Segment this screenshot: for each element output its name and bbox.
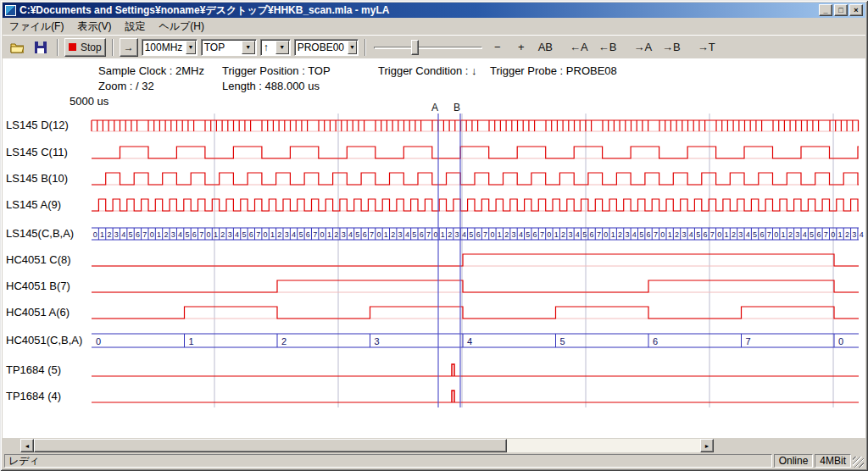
floppy-icon (35, 42, 47, 53)
jump-to-b-button[interactable]: ←B (595, 38, 620, 57)
sample-clock-select[interactable]: 100MHz ▼ (142, 39, 198, 56)
zoom-out-button[interactable]: − (487, 38, 508, 57)
resize-grip[interactable] (853, 457, 864, 468)
window-title: C:¥Documents and Settings¥noname¥デスクトップ¥… (19, 3, 817, 18)
channel-label: LS145(C,B,A) (6, 227, 91, 240)
waveform-panel (3, 58, 865, 438)
menubar: ファイル(F) 表示(V) 設定 ヘルプ(H) (3, 18, 865, 35)
channel-label: TP1684 (4) (6, 390, 91, 402)
close-button[interactable]: × (849, 4, 863, 16)
length-text: Length : 488.000 us (222, 80, 320, 92)
channel-label: TP1684 (5) (6, 363, 91, 376)
trigger-position-select[interactable]: TOP ▼ (201, 39, 257, 56)
channel-label: LS145 A(9) (6, 198, 91, 211)
menu-item-view[interactable]: 表示(V) (70, 18, 118, 36)
trigger-edge-select[interactable]: ↑ ▼ (260, 39, 291, 56)
status-online: Online (774, 454, 814, 468)
jump-to-a-button[interactable]: ←A (566, 38, 592, 57)
run-button[interactable]: → (120, 38, 138, 57)
slider-track (374, 47, 482, 49)
timescale-label: 5000 us (70, 95, 108, 108)
move-a-button[interactable]: →A (630, 38, 655, 57)
zoom-in-button[interactable]: + (511, 38, 531, 57)
slider-thumb[interactable] (411, 40, 419, 55)
toolbar-separator (364, 39, 366, 56)
channel-label: LS145 C(11) (6, 146, 91, 158)
chevron-down-icon[interactable]: ▼ (348, 41, 357, 54)
trigger-probe-text: Trigger Probe : PROBE08 (490, 64, 617, 77)
chevron-down-icon[interactable]: ▼ (186, 41, 195, 54)
toolbar-separator (57, 39, 58, 56)
titlebar: C:¥Documents and Settings¥noname¥デスクトップ¥… (3, 3, 865, 18)
move-b-button[interactable]: →B (659, 38, 684, 57)
menu-item-settings[interactable]: 設定 (118, 18, 152, 36)
zoom-slider[interactable] (372, 38, 484, 57)
chevron-down-icon[interactable]: ▼ (275, 41, 289, 54)
app-icon (5, 5, 16, 16)
trigger-position-value: TOP (202, 42, 241, 53)
save-button[interactable] (31, 38, 51, 57)
app-window: C:¥Documents and Settings¥noname¥デスクトップ¥… (0, 0, 868, 471)
sample-clock-text: Sample Clock : 2MHz (98, 64, 204, 77)
probe-value: PROBE00 (295, 42, 347, 53)
jump-to-trigger-button[interactable]: →T (694, 38, 719, 57)
channel-label: HC4051 A(6) (6, 306, 91, 319)
chevron-down-icon[interactable]: ▼ (242, 41, 255, 54)
zoom-text: Zoom : / 32 (98, 80, 154, 92)
maximize-button[interactable]: □ (834, 4, 848, 16)
minimize-button[interactable]: _ (819, 4, 832, 16)
statusbar: レディ Online 4MBit (3, 452, 865, 468)
sample-clock-value: 100MHz (142, 42, 186, 53)
toolbar-separator (112, 39, 114, 56)
run-arrow-icon: → (124, 42, 134, 53)
ab-cursor-button[interactable]: AB (535, 38, 556, 57)
channel-label: HC4051 B(7) (6, 280, 91, 292)
status-text: レディ (4, 454, 772, 468)
channel-label: HC4051(C,B,A) (6, 334, 91, 346)
toolbar: Stop → 100MHz ▼ TOP ▼ ↑ ▼ PROBE00 ▼ − + … (3, 35, 865, 58)
stop-icon (69, 43, 76, 51)
open-button[interactable] (7, 38, 27, 57)
menu-item-file[interactable]: ファイル(F) (3, 18, 70, 36)
channel-label: LS145 B(10) (6, 172, 91, 185)
stop-button[interactable]: Stop (64, 38, 106, 57)
channel-label: HC4051 C(8) (6, 253, 91, 266)
trigger-position-text: Trigger Position : TOP (222, 64, 331, 77)
stop-label: Stop (81, 42, 102, 53)
horizontal-scrollbar[interactable]: ◄ ► (20, 439, 714, 452)
trigger-condition-text: Trigger Condition : ↓ (378, 64, 477, 77)
scroll-right-button[interactable]: ► (700, 439, 714, 452)
folder-open-icon (10, 42, 24, 53)
menu-item-help[interactable]: ヘルプ(H) (152, 18, 211, 36)
scroll-left-button[interactable]: ◄ (20, 439, 34, 452)
status-memory: 4MBit (815, 454, 851, 468)
channel-label: LS145 D(12) (6, 119, 91, 131)
probe-select[interactable]: PROBE00 ▼ (294, 39, 359, 56)
trigger-edge-value: ↑ (261, 42, 275, 53)
scroll-thumb[interactable] (34, 439, 507, 452)
